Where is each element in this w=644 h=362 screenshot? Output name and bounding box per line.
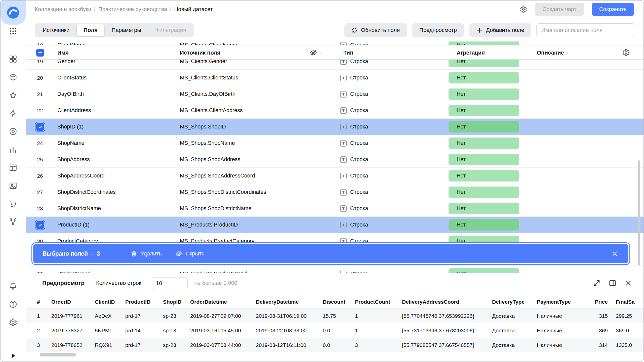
- image-icon[interactable]: [9, 182, 17, 190]
- preview-cell: 2019-777961: [51, 313, 95, 319]
- field-row[interactable]: 25 ShopAddress MS_Shops.ShopAddress T Ст…: [26, 151, 643, 168]
- delete-selected-button[interactable]: Удалить: [130, 250, 162, 257]
- save-button[interactable]: Сохранить: [592, 3, 634, 16]
- field-type: T Строка: [340, 184, 368, 200]
- hide-selected-label: Скрыть: [186, 250, 205, 257]
- flow-icon[interactable]: [9, 217, 17, 226]
- aggregation-badge[interactable]: Нет: [449, 170, 519, 182]
- expand-preview-icon[interactable]: [593, 279, 600, 287]
- preview-cell: 1: [355, 313, 402, 319]
- table-icon[interactable]: [9, 163, 17, 172]
- select-all-checkbox[interactable]: [36, 49, 44, 57]
- sidebar: [1, 1, 26, 361]
- aggregation-badge[interactable]: Нет: [449, 187, 519, 198]
- preview-controls: [593, 279, 632, 287]
- column-header-aggregation[interactable]: Агрегация↓: [457, 46, 490, 60]
- row-number: 32: [32, 266, 48, 273]
- preview-cell: 299.25: [610, 313, 643, 319]
- refresh-fields-button[interactable]: Обновить поля: [344, 23, 407, 37]
- breadcrumb-collections[interactable]: Коллекции и воркбуки: [35, 6, 91, 13]
- row-checkbox[interactable]: [36, 221, 44, 229]
- aggregation-badge[interactable]: Нет: [449, 203, 519, 214]
- dataset-settings-gear-icon[interactable]: [520, 6, 527, 13]
- field-row[interactable]: 27 ShopDistrictCoordinates MS_Shops.Shop…: [26, 184, 643, 200]
- aggregation-badge[interactable]: Нет: [449, 219, 519, 231]
- star-icon[interactable]: [9, 91, 17, 100]
- field-type: T Строка: [340, 119, 368, 135]
- vertical-scrollbar[interactable]: [638, 160, 640, 265]
- aggregation-badge[interactable]: Нет: [449, 121, 519, 132]
- fields-actions: Обновить поля Предпросмотр Добавить поле: [344, 23, 635, 37]
- field-row[interactable]: 29 ProductID (1) MS_Products.ProductID T…: [26, 217, 643, 233]
- selection-actions: Удалить Скрыть: [130, 250, 205, 257]
- string-type-icon: T: [340, 156, 347, 163]
- field-row[interactable]: 32 ProductBrand MS_Products.ProductBrand…: [26, 266, 643, 273]
- aggregation-badge[interactable]: Нет: [449, 88, 519, 100]
- column-header-type[interactable]: Тип↓: [343, 46, 358, 60]
- close-selection-icon[interactable]: [611, 250, 618, 257]
- add-field-button[interactable]: Добавить поле: [469, 23, 531, 37]
- apps-grid-icon[interactable]: [9, 27, 17, 35]
- column-header-hidden[interactable]: ↓: [310, 46, 322, 60]
- bar-chart-icon[interactable]: [9, 145, 17, 154]
- bell-icon[interactable]: [9, 282, 17, 290]
- preview-cell: 5NPMr: [95, 328, 125, 334]
- row-number: 26: [32, 168, 48, 184]
- aggregation-badge[interactable]: Нет: [449, 105, 519, 116]
- field-name: ShopAddressCoord: [57, 168, 105, 184]
- aggregation-badge[interactable]: Нет: [449, 72, 519, 83]
- hide-selected-button[interactable]: Скрыть: [175, 250, 205, 257]
- refresh-icon: [351, 27, 358, 33]
- preview-cell: RQX91: [95, 342, 125, 348]
- column-header-name[interactable]: Имя↓: [57, 46, 73, 60]
- field-source: MS_Shops.ShopName: [180, 135, 235, 151]
- field-row[interactable]: 23 ShopID (1) MS_Shops.ShopID T Строка Н…: [26, 119, 643, 135]
- field-source: MS_Clients.ClientStatus: [180, 70, 238, 86]
- field-row[interactable]: 28 ShopDistrictName MS_Shops.ShopDistric…: [26, 200, 643, 217]
- box-icon[interactable]: [9, 73, 17, 81]
- preview-row: 12019-777961AeDeXprd-17sp-232019-08-27T0…: [26, 309, 643, 323]
- type-label: Строка: [350, 222, 368, 228]
- preview-cell: [55.779085547,37.667546557]: [402, 342, 492, 348]
- close-preview-icon[interactable]: [625, 279, 632, 287]
- field-name: DayOfBirth: [57, 86, 84, 102]
- app-window: Коллекции и воркбуки / Практические руко…: [0, 0, 644, 362]
- column-header-source[interactable]: Источник поля↓: [180, 46, 225, 60]
- tab-parameters[interactable]: Параметры: [105, 24, 148, 36]
- dataset-tabs: Источники Поля Параметры Фильтрация: [35, 23, 194, 37]
- field-search-input[interactable]: [536, 23, 635, 37]
- target-icon[interactable]: [9, 127, 17, 136]
- cart-icon[interactable]: [9, 199, 17, 208]
- tab-fields[interactable]: Поля: [77, 24, 104, 36]
- columns-settings-gear-icon[interactable]: [622, 49, 630, 56]
- field-row[interactable]: 21 DayOfBirth MS_Clients.DayOfBirth T Ст…: [26, 86, 643, 102]
- field-row[interactable]: 26 ShopAddressCoord MS_Shops.ShopAddress…: [26, 168, 643, 184]
- expand-sidebar-icon[interactable]: [10, 352, 17, 359]
- row-checkbox[interactable]: [36, 123, 44, 131]
- type-label: Строка: [350, 205, 368, 212]
- aggregation-badge[interactable]: Нет: [449, 138, 519, 149]
- split-panel-icon[interactable]: [609, 279, 616, 287]
- preview-toggle-button[interactable]: Предпросмотр: [412, 23, 464, 37]
- dataset-toolbar: Источники Поля Параметры Фильтрация Обно…: [26, 18, 643, 41]
- settings-gear-icon[interactable]: [9, 318, 17, 327]
- aggregation-badge[interactable]: Нет: [449, 154, 519, 165]
- field-row[interactable]: 20 ClientStatus MS_Clients.ClientStatus …: [26, 70, 643, 86]
- lightning-icon[interactable]: [9, 109, 17, 118]
- tab-sources[interactable]: Источники: [36, 24, 76, 36]
- datalens-logo-icon[interactable]: [7, 6, 20, 19]
- aggregation-badge[interactable]: Нет: [449, 268, 519, 273]
- string-type-icon: T: [340, 91, 347, 98]
- column-header-description[interactable]: Описание↓: [537, 46, 569, 60]
- preview-cell: 2019-03-16T05:45:00: [190, 328, 256, 334]
- widgets-icon[interactable]: [9, 55, 17, 63]
- field-row[interactable]: 24 ShopName MS_Shops.ShopName T Строка Н…: [26, 135, 643, 151]
- add-field-label: Добавить поле: [486, 27, 524, 33]
- help-icon[interactable]: [9, 300, 17, 308]
- field-row[interactable]: 22 ClientAddress MS_Clients.ClientAddres…: [26, 102, 643, 119]
- row-count-input[interactable]: [152, 277, 188, 289]
- preview-column-header: OrderID: [51, 299, 95, 305]
- sort-down-icon: ↓: [71, 50, 73, 56]
- breadcrumb-workbook[interactable]: Практические руководства: [98, 6, 167, 13]
- horizontal-scrollbar[interactable]: [40, 353, 76, 356]
